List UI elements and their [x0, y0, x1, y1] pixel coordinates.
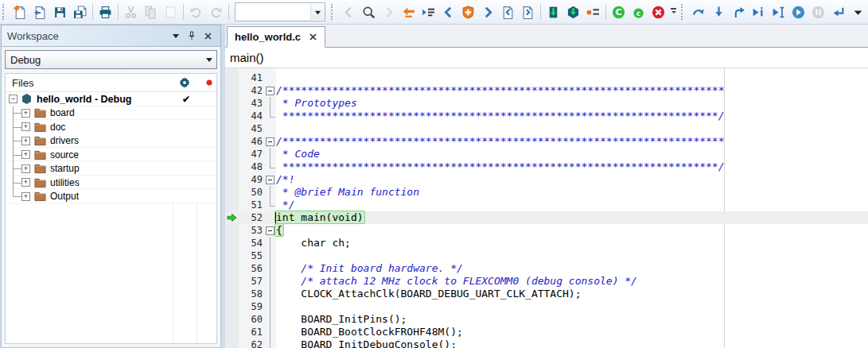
tree-item-output[interactable]: +Output — [6, 190, 216, 204]
breakpoint-margin-cell[interactable] — [225, 84, 239, 97]
code-text[interactable]: BOARD_InitDebugConsole(); — [276, 338, 457, 348]
toolbar-grip[interactable] — [2, 4, 7, 20]
breakpoint-margin-cell[interactable] — [225, 72, 239, 84]
code-text[interactable]: char ch; — [276, 237, 351, 249]
code-text[interactable]: /***************************************… — [276, 84, 725, 97]
step-out-button[interactable] — [729, 2, 749, 21]
expand-box-icon[interactable]: + — [21, 122, 30, 131]
toolbar-grip[interactable] — [331, 4, 336, 20]
print-button[interactable] — [95, 2, 115, 21]
go-button[interactable] — [788, 2, 808, 21]
expand-box-icon[interactable]: + — [21, 137, 30, 145]
fold-collapse-icon[interactable] — [266, 137, 274, 146]
quick-search-input[interactable] — [235, 5, 310, 19]
code-text[interactable]: BOARD_BootClockFROHF48M(); — [276, 326, 463, 338]
toolbar-grip[interactable] — [681, 4, 686, 20]
next-statement-button[interactable] — [749, 2, 769, 21]
save-button[interactable] — [50, 2, 70, 21]
breakpoint-margin-cell[interactable] — [225, 313, 239, 326]
breakpoint-margin-cell[interactable] — [225, 275, 239, 288]
quick-search-dropdown-button[interactable] — [310, 4, 325, 20]
breakpoint-margin-cell[interactable] — [225, 160, 239, 173]
prev-bookmark-button[interactable] — [438, 2, 458, 21]
nav-forward-button[interactable] — [379, 2, 399, 21]
tree-item-startup[interactable]: +startup — [6, 162, 216, 176]
new-document-button[interactable] — [10, 2, 30, 21]
run-to-cursor-button[interactable] — [769, 2, 788, 21]
breakpoint-margin-cell[interactable] — [225, 249, 239, 262]
dropdown-button[interactable] — [848, 2, 868, 21]
make-button[interactable]: C — [609, 2, 629, 21]
breakpoint-margin-cell[interactable] — [225, 148, 239, 160]
stop-build-button[interactable] — [648, 2, 668, 21]
code-text[interactable]: */ — [276, 199, 294, 211]
breakpoint-margin-cell[interactable] — [225, 211, 239, 224]
breakpoint-margin-cell[interactable] — [225, 224, 239, 237]
breakpoint-margin-cell[interactable] — [225, 326, 239, 338]
breakpoint-margin-cell[interactable] — [225, 300, 239, 313]
code-text[interactable]: CLOCK_AttachClk(BOARD_DEBUG_UART_CLK_ATT… — [276, 288, 582, 300]
collapse-box-icon[interactable]: − — [9, 95, 18, 103]
fold-collapse-icon[interactable] — [266, 87, 274, 95]
function-selector[interactable]: main() — [225, 48, 868, 68]
code-text[interactable]: int main(void) — [276, 211, 364, 224]
expand-box-icon[interactable]: + — [21, 164, 30, 173]
reset-button[interactable] — [828, 2, 848, 21]
code-area[interactable]: 4142/***********************************… — [225, 68, 868, 348]
workspace-close-button[interactable] — [200, 29, 215, 43]
toolbar-overflow-button[interactable] — [668, 2, 679, 21]
open-document-button[interactable] — [30, 2, 50, 21]
expand-box-icon[interactable]: + — [21, 150, 30, 159]
breakpoint-margin-cell[interactable] — [225, 173, 239, 186]
next-bookmark-button[interactable] — [478, 2, 498, 21]
code-text[interactable]: * Code — [276, 148, 320, 160]
redo-button[interactable] — [206, 2, 226, 21]
breakpoint-margin-cell[interactable] — [225, 199, 239, 211]
workspace-menu-button[interactable] — [169, 29, 183, 43]
toggle-bookmark-button[interactable] — [458, 2, 478, 21]
code-text[interactable]: ****************************************… — [276, 160, 725, 173]
break-button[interactable] — [808, 2, 828, 21]
workspace-title-bar[interactable]: Workspace — [1, 25, 221, 47]
tree-item-doc[interactable]: +doc — [6, 120, 216, 134]
code-text[interactable]: /* Init board hardware. */ — [276, 262, 463, 275]
code-text[interactable]: * Prototypes — [276, 97, 357, 110]
code-text[interactable]: /***************************************… — [276, 135, 725, 148]
breakpoint-margin-cell[interactable] — [225, 110, 239, 122]
workspace-pin-button[interactable] — [185, 29, 199, 43]
compile-button[interactable]: c — [629, 2, 648, 21]
expand-box-icon[interactable]: + — [21, 178, 30, 187]
code-text[interactable]: BOARD_InitPins(); — [276, 313, 407, 326]
save-all-button[interactable] — [70, 2, 90, 21]
fold-collapse-icon[interactable] — [266, 226, 274, 235]
settings-button[interactable] — [173, 75, 196, 90]
fold-collapse-icon[interactable] — [266, 176, 274, 184]
download-debug-button[interactable] — [563, 2, 583, 21]
nav-back-button[interactable] — [339, 2, 359, 21]
prev-location-button[interactable] — [498, 2, 518, 21]
tree-item-drivers[interactable]: +drivers — [6, 134, 216, 149]
code-text[interactable]: /*! — [276, 173, 294, 186]
expand-box-icon[interactable]: + — [21, 192, 30, 201]
download-button[interactable] — [543, 2, 563, 21]
breakpoint-margin-cell[interactable] — [225, 122, 239, 135]
replace-button[interactable] — [399, 2, 418, 21]
tree-item-utilities[interactable]: +utilities — [6, 176, 216, 190]
breakpoints-list-button[interactable] — [583, 2, 603, 21]
tree-item-source[interactable]: +source — [6, 148, 216, 162]
breakpoint-margin-cell[interactable] — [225, 338, 239, 348]
breakpoint-margin-cell[interactable] — [225, 262, 239, 275]
close-icon[interactable] — [309, 33, 317, 41]
breakpoint-margin-cell[interactable] — [225, 135, 239, 148]
next-location-button[interactable] — [518, 2, 538, 21]
copy-button[interactable] — [141, 2, 161, 21]
configuration-dropdown[interactable]: Debug — [5, 50, 217, 69]
search-button[interactable] — [359, 2, 379, 21]
paste-button[interactable] — [161, 2, 181, 21]
goto-function-button[interactable] — [418, 2, 438, 21]
cut-button[interactable] — [121, 2, 141, 21]
tree-item-project-root[interactable]: −hello_world - Debug✔ — [6, 92, 216, 106]
breakpoint-margin-cell[interactable] — [225, 186, 239, 199]
code-text[interactable]: * @brief Main function — [276, 186, 419, 199]
undo-button[interactable] — [186, 2, 206, 21]
